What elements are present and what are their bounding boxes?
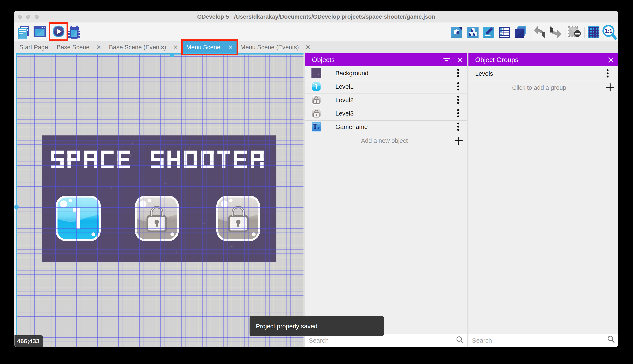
svg-text:x: x	[318, 126, 320, 130]
svg-text:T: T	[313, 122, 318, 130]
svg-text:1:1: 1:1	[605, 28, 612, 34]
